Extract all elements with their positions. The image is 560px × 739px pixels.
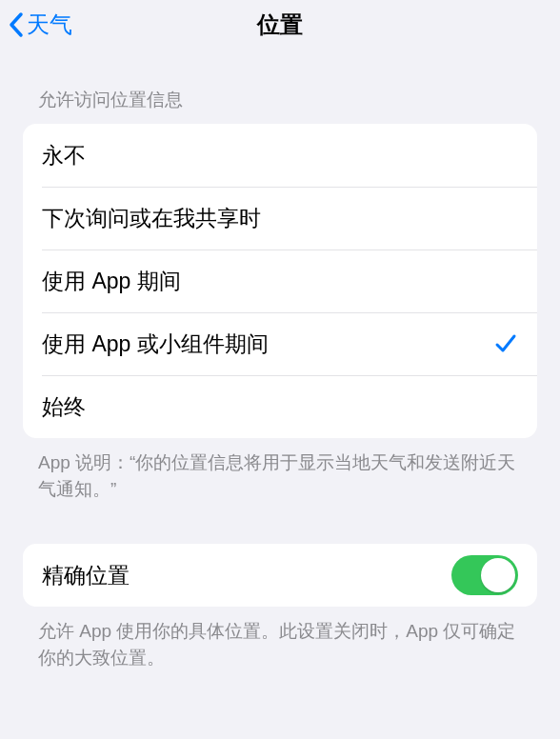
page-title: 位置 bbox=[257, 10, 303, 40]
precise-location-row: 精确位置 bbox=[23, 544, 537, 607]
back-button[interactable]: 天气 bbox=[0, 10, 72, 40]
section-footer-location-access: App 说明：“你的位置信息将用于显示当地天气和发送附近天气通知。” bbox=[0, 438, 560, 502]
section-header-location-access: 允许访问位置信息 bbox=[0, 50, 560, 124]
checkmark-icon bbox=[493, 331, 518, 356]
option-label: 使用 App 期间 bbox=[42, 267, 181, 296]
option-while-using-or-widgets[interactable]: 使用 App 或小组件期间 bbox=[23, 312, 537, 375]
precise-location-label: 精确位置 bbox=[42, 561, 130, 590]
option-while-using[interactable]: 使用 App 期间 bbox=[23, 250, 537, 312]
section-footer-precise: 允许 App 使用你的具体位置。此设置关闭时，App 仅可确定你的大致位置。 bbox=[0, 607, 560, 670]
chevron-left-icon bbox=[8, 11, 25, 38]
option-ask-next[interactable]: 下次询问或在我共享时 bbox=[23, 187, 537, 250]
precise-location-toggle[interactable] bbox=[451, 555, 518, 595]
option-never[interactable]: 永不 bbox=[23, 124, 537, 187]
option-label: 下次询问或在我共享时 bbox=[42, 204, 261, 233]
spacer bbox=[0, 502, 560, 544]
location-access-group: 永不 下次询问或在我共享时 使用 App 期间 使用 App 或小组件期间 始终 bbox=[23, 124, 537, 438]
back-label: 天气 bbox=[27, 10, 72, 40]
navbar: 天气 位置 bbox=[0, 0, 560, 50]
option-always[interactable]: 始终 bbox=[23, 375, 537, 438]
option-label: 使用 App 或小组件期间 bbox=[42, 330, 269, 359]
option-label: 始终 bbox=[42, 392, 86, 422]
precise-location-group: 精确位置 bbox=[23, 544, 537, 607]
option-label: 永不 bbox=[42, 141, 86, 170]
